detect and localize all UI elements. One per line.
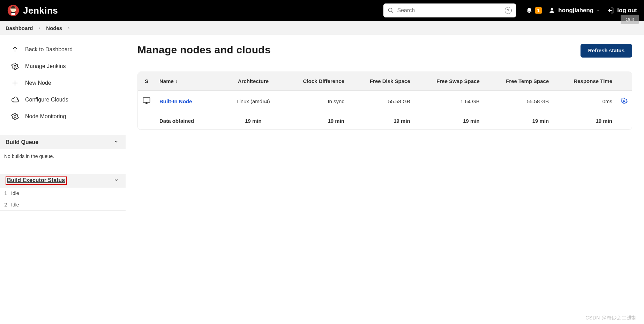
plus-icon [11, 79, 19, 87]
footer-clock: 19 min [282, 112, 349, 130]
chevron-down-icon[interactable] [114, 139, 119, 145]
executor-state: Idle [11, 190, 19, 196]
node-arch-cell: Linux (amd64) [225, 91, 282, 112]
node-resp-cell: 0ms [553, 91, 616, 112]
table-footer-row: Data obtained 19 min 19 min 19 min 19 mi… [138, 112, 632, 130]
brand-wrap[interactable]: Jenkins [7, 4, 58, 17]
gear-icon [11, 62, 19, 70]
sidebar-item-node-monitoring[interactable]: Node Monitoring [0, 108, 126, 125]
table-header-row: S Name ↓ Architecture Clock Difference F… [138, 72, 632, 91]
svg-rect-13 [143, 98, 150, 102]
build-queue-header[interactable]: Build Queue [0, 135, 126, 149]
col-config [616, 72, 632, 91]
user-icon [548, 7, 555, 14]
search-box[interactable]: ? [383, 3, 516, 17]
notification-badge: 1 [535, 7, 542, 14]
sidebar-item-label: New Node [25, 80, 51, 86]
svg-point-4 [388, 8, 392, 12]
executor-status-body: 1 Idle 2 Idle [0, 188, 126, 211]
jenkins-logo-icon [7, 4, 20, 17]
table-row: Built-In Node Linux (amd64) In sync 55.5… [138, 91, 632, 112]
logout-icon [607, 7, 614, 14]
help-icon[interactable]: ? [505, 7, 512, 14]
col-status[interactable]: S [138, 72, 155, 91]
executor-row: 1 Idle [0, 188, 126, 199]
chevron-down-icon [596, 8, 600, 13]
sidebar-item-new-node[interactable]: New Node [0, 75, 126, 91]
sidebar-item-label: Manage Jenkins [25, 63, 66, 69]
col-disk[interactable]: Free Disk Space [349, 72, 414, 91]
refresh-status-button[interactable]: Refresh status [581, 44, 632, 58]
arrow-up-icon [11, 46, 19, 53]
node-disk-cell: 55.58 GB [349, 91, 414, 112]
build-queue-pane: Build Queue No builds in the queue. [0, 135, 126, 163]
executor-status-title-highlight: Build Executor Status [6, 176, 67, 185]
build-queue-empty: No builds in the queue. [4, 153, 54, 159]
breadcrumb-item[interactable]: Dashboard [6, 25, 33, 31]
footer-arch: 19 min [225, 112, 282, 130]
build-queue-title: Build Queue [6, 139, 38, 145]
sidebar-item-label: Configure Clouds [25, 97, 68, 103]
chevron-down-icon[interactable] [114, 178, 119, 184]
node-name-link[interactable]: Built-In Node [159, 98, 192, 104]
main-content: Manage nodes and clouds Refresh status S… [126, 35, 644, 211]
sidebar-item-back-dashboard[interactable]: Back to Dashboard [0, 41, 126, 58]
brand-text: Jenkins [23, 5, 58, 16]
svg-point-12 [14, 115, 16, 118]
svg-point-6 [551, 8, 553, 10]
user-menu[interactable]: hongjiaheng [548, 7, 600, 14]
username-label: hongjiaheng [558, 7, 593, 14]
notifications-button[interactable]: 1 [526, 7, 542, 14]
sidebar-item-manage-jenkins[interactable]: Manage Jenkins [0, 58, 126, 75]
svg-line-5 [391, 11, 393, 13]
top-header: Jenkins ? 1 hongjiaheng log out Quit [0, 0, 644, 21]
breadcrumb: Dashboard Nodes [0, 21, 644, 35]
sidebar-item-label: Back to Dashboard [25, 46, 73, 53]
col-resp[interactable]: Response Time [553, 72, 616, 91]
footer-temp: 19 min [484, 112, 553, 130]
node-temp-cell: 55.58 GB [484, 91, 553, 112]
footer-disk: 19 min [349, 112, 414, 130]
svg-point-16 [623, 100, 625, 101]
node-configure-cell [616, 91, 632, 112]
gear-icon [11, 113, 19, 120]
sidebar-item-configure-clouds[interactable]: Configure Clouds [0, 91, 126, 108]
executor-number: 2 [2, 202, 7, 208]
breadcrumb-item[interactable]: Nodes [46, 25, 62, 31]
node-clock-cell: In sync [282, 91, 349, 112]
node-swap-cell: 1.64 GB [414, 91, 484, 112]
page-title: Manage nodes and clouds [137, 44, 271, 56]
executor-status-pane: Build Executor Status 1 Idle 2 Idle [0, 174, 126, 211]
quit-tooltip: Quit [621, 15, 639, 24]
executor-number: 1 [2, 190, 7, 196]
sidebar: Back to Dashboard Manage Jenkins New Nod… [0, 35, 126, 211]
search-icon [388, 7, 394, 14]
nodes-table: S Name ↓ Architecture Clock Difference F… [137, 71, 632, 130]
footer-resp: 19 min [553, 112, 616, 130]
logout-button[interactable]: log out [607, 7, 637, 14]
search-input[interactable] [397, 7, 501, 14]
logout-label: log out [617, 7, 637, 14]
node-name-cell: Built-In Node [155, 91, 225, 112]
col-clock[interactable]: Clock Difference [282, 72, 349, 91]
footer-label: Data obtained [155, 112, 225, 130]
col-temp[interactable]: Free Temp Space [484, 72, 553, 91]
configure-node-button[interactable] [621, 99, 628, 105]
executor-state: Idle [11, 202, 19, 208]
computer-icon [142, 100, 151, 106]
svg-rect-3 [11, 12, 16, 13]
col-name[interactable]: Name ↓ [155, 72, 225, 91]
col-swap[interactable]: Free Swap Space [414, 72, 484, 91]
build-queue-body: No builds in the queue. [0, 149, 126, 163]
executor-status-title[interactable]: Build Executor Status [7, 177, 65, 183]
footer-swap: 19 min [414, 112, 484, 130]
chevron-right-icon [67, 25, 70, 31]
executor-status-header[interactable]: Build Executor Status [0, 174, 126, 188]
cloud-icon [11, 96, 19, 104]
chevron-right-icon [38, 25, 41, 31]
col-arch[interactable]: Architecture [225, 72, 282, 91]
sidebar-item-label: Node Monitoring [25, 113, 66, 120]
node-status-icon-cell [138, 91, 155, 112]
bell-icon [526, 7, 533, 14]
svg-point-9 [14, 65, 16, 67]
